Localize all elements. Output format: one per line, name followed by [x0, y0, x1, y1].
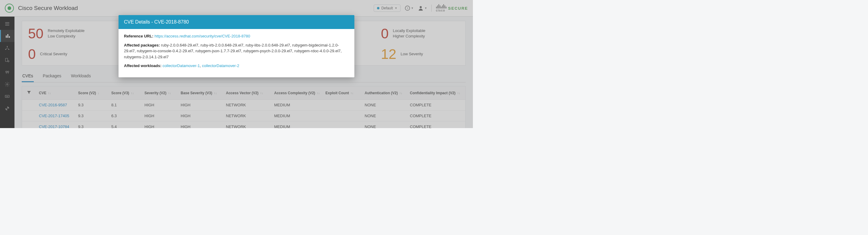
affected-packages-label: Affected packages:	[124, 43, 160, 47]
modal-overlay[interactable]: CVE Details - CVE-2018-8780 Reference UR…	[0, 0, 473, 128]
modal-body: Reference URL: https://access.redhat.com…	[119, 29, 354, 77]
modal-title: CVE Details - CVE-2018-8780	[119, 15, 354, 29]
reference-url-label: Reference URL:	[124, 34, 154, 38]
affected-workloads-label: Affected workloads:	[124, 63, 161, 68]
reference-url-link[interactable]: https://access.redhat.com/security/cve/C…	[154, 34, 250, 38]
workload-link-1[interactable]: collectorDatamover-1	[162, 63, 200, 68]
workload-link-2[interactable]: collectorDatamover-2	[202, 63, 240, 68]
cve-details-modal: CVE Details - CVE-2018-8780 Reference UR…	[119, 15, 354, 77]
separator: ,	[200, 63, 202, 68]
